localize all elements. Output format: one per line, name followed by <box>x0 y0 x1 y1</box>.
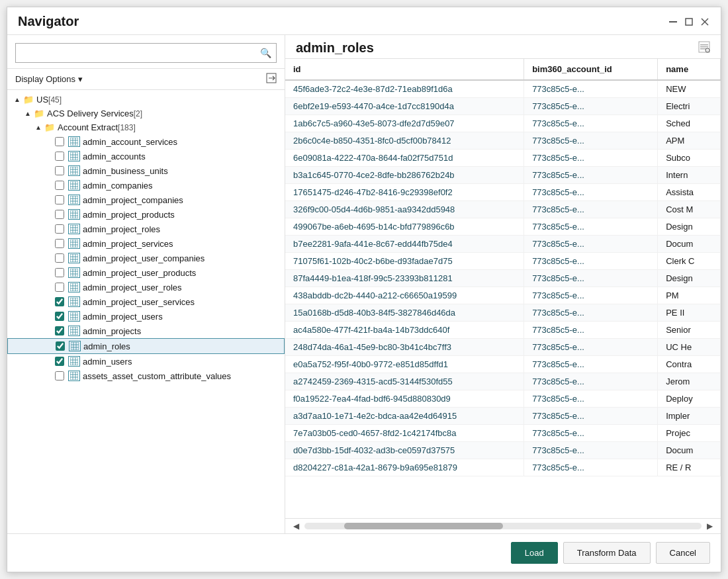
table-row[interactable]: d0e7d3bb-15df-4032-ad3b-ce0597d37575773c… <box>285 442 721 459</box>
tree-item-label: admin_accounts <box>83 152 146 161</box>
tree-item-checkbox[interactable] <box>55 152 64 161</box>
table-row[interactable]: ac4a580e-477f-421f-ba4a-14b73ddc640f773c… <box>285 322 721 339</box>
tree-item[interactable]: admin_projects <box>7 324 285 338</box>
table-row[interactable]: 6e09081a-4222-470a-8644-fa02f75d751d773c… <box>285 150 721 167</box>
table-head: idbim360_account_idname <box>285 59 721 80</box>
search-input[interactable] <box>15 43 277 63</box>
tree-item-checkbox[interactable] <box>55 224 64 234</box>
horizontal-scrollbar[interactable]: ◀ ▶ <box>285 518 721 533</box>
tree-item-checkbox[interactable] <box>55 297 64 306</box>
tree-item[interactable]: admin_project_user_products <box>7 265 285 280</box>
tree-item[interactable]: admin_companies <box>7 178 285 193</box>
tree-item[interactable]: admin_project_user_roles <box>7 280 285 294</box>
tree-item[interactable]: admin_project_users <box>7 309 285 324</box>
window-controls <box>668 17 710 27</box>
table-row[interactable]: f0a19522-7ea4-4fad-bdf6-945d880830d9773c… <box>285 390 721 408</box>
table-row[interactable]: 438abddb-dc2b-4440-a212-c66650a19599773c… <box>285 287 721 304</box>
window-title: Navigator <box>18 14 79 29</box>
table-row[interactable]: b7ee2281-9afa-441e-8c67-edd44fb75de4773c… <box>285 236 721 253</box>
tree-item-checkbox[interactable] <box>55 357 64 366</box>
tree-item-checkbox[interactable] <box>55 326 64 335</box>
table-row[interactable]: d8204227-c81a-42a1-8679-b9a695e81879773c… <box>285 459 721 476</box>
table-row[interactable]: 17651475-d246-47b2-8416-9c29398ef0f2773c… <box>285 184 721 201</box>
table-row[interactable]: 71075f61-102b-40c2-b6be-d93fadae7d75773c… <box>285 253 721 270</box>
tree-item-checkbox[interactable] <box>55 166 64 175</box>
tree-item-label: admin_project_user_products <box>83 268 196 278</box>
table-row[interactable]: 2b6c0c4e-b850-4351-8fc0-d5cf00b78412773c… <box>285 132 721 150</box>
tree-item[interactable]: admin_project_roles <box>7 222 285 236</box>
tree-item[interactable]: admin_project_user_companies <box>7 251 285 265</box>
table-icon <box>68 282 80 292</box>
table-row[interactable]: 6ebf2e19-e593-4470-a4ce-1d7cc8190d4a773c… <box>285 98 721 115</box>
table-icon <box>68 151 80 161</box>
tree-item[interactable]: admin_project_companies <box>7 193 285 207</box>
svg-rect-1 <box>686 19 692 25</box>
table-cell: a3d7aa10-1e71-4e2c-bdca-aa42e4d64915 <box>285 408 524 425</box>
tree-item-checkbox[interactable] <box>55 312 64 321</box>
table-row[interactable]: 45f6ade3-72c2-4e3e-87d2-71eab89f1d6a773c… <box>285 80 721 98</box>
load-button[interactable]: Load <box>511 542 558 564</box>
tree-item-count: [183] <box>118 123 136 132</box>
table-row[interactable]: b3a1c645-0770-4ce2-8dfe-bb286762b24b773c… <box>285 167 721 184</box>
restore-button[interactable] <box>684 17 694 27</box>
table-cell: d8204227-c81a-42a1-8679-b9a695e81879 <box>285 459 524 476</box>
table-row[interactable]: e0a5a752-f95f-40b0-9772-e851d85dffd1773c… <box>285 356 721 373</box>
tree-item-checkbox[interactable] <box>55 239 64 248</box>
refresh-icon[interactable] <box>266 73 277 85</box>
tree-item[interactable]: admin_account_services <box>7 134 285 149</box>
tree-item-checkbox[interactable] <box>55 268 64 277</box>
svg-rect-0 <box>669 21 677 22</box>
tree-item[interactable]: admin_business_units <box>7 163 285 178</box>
table-cell: Senior <box>658 322 721 339</box>
tree-item[interactable]: admin_accounts <box>7 149 285 163</box>
scroll-track[interactable] <box>304 523 702 529</box>
tree-container[interactable]: ▲📁US [45]▲📁ACS Delivery Services [2]▲📁Ac… <box>7 90 285 533</box>
tree-item[interactable]: admin_users <box>7 354 285 369</box>
close-button[interactable] <box>700 17 710 27</box>
tree-item[interactable]: admin_project_user_services <box>7 294 285 309</box>
scroll-right-icon[interactable]: ▶ <box>704 520 715 532</box>
tree-item[interactable]: ▲📁ACS Delivery Services [2] <box>7 107 285 120</box>
svg-rect-75 <box>71 342 79 350</box>
tree-item-checkbox[interactable] <box>55 283 64 292</box>
tree-item-checkbox[interactable] <box>55 253 64 263</box>
display-options-arrow-icon: ▾ <box>78 74 83 84</box>
tree-item-checkbox[interactable] <box>55 195 64 204</box>
minimize-button[interactable] <box>668 17 678 27</box>
tree-item-label: admin_project_roles <box>83 224 160 234</box>
tree-item-checkbox[interactable] <box>55 181 64 190</box>
table-row[interactable]: 15a0168b-d5d8-40b3-84f5-3827846d46da773c… <box>285 304 721 322</box>
folder-icon: 📁 <box>23 95 34 105</box>
tree-item-label: admin_projects <box>83 326 141 336</box>
transform-data-button[interactable]: Transform Data <box>563 542 651 564</box>
tree-item-checkbox[interactable] <box>56 341 65 351</box>
tree-item[interactable]: admin_roles <box>7 338 285 354</box>
tree-item-label: admin_roles <box>83 341 130 351</box>
titlebar: Navigator <box>7 7 721 35</box>
tree-item[interactable]: ▲📁Account Extract [183] <box>7 120 285 134</box>
table-row[interactable]: 499067be-a6eb-4695-b14c-bfd779896c6b773c… <box>285 218 721 236</box>
scroll-left-icon[interactable]: ◀ <box>291 520 302 532</box>
tree-item[interactable]: assets_asset_custom_attribute_values <box>7 369 285 383</box>
tree-item[interactable]: admin_project_products <box>7 207 285 222</box>
table-row[interactable]: 87fa4449-b1ea-418f-99c5-23393b811281773c… <box>285 270 721 287</box>
display-options-button[interactable]: Display Options ▾ <box>15 74 83 84</box>
tree-item[interactable]: ▲📁US [45] <box>7 93 285 107</box>
tree-item[interactable]: admin_project_services <box>7 236 285 251</box>
table-row[interactable]: 326f9c00-05d4-4d6b-9851-aa9342dd5948773c… <box>285 201 721 218</box>
table-options-icon[interactable]: ↑ <box>698 41 710 56</box>
table-row[interactable]: a3d7aa10-1e71-4e2c-bdca-aa42e4d64915773c… <box>285 408 721 425</box>
tree-item-checkbox[interactable] <box>55 137 64 146</box>
table-icon <box>68 238 80 249</box>
table-row[interactable]: 1ab6c7c5-a960-43e5-8073-dfe2d7d59e07773c… <box>285 115 721 132</box>
table-row[interactable]: 7e7a03b05-ced0-4657-8fd2-1c42174fbc8a773… <box>285 425 721 442</box>
data-table-wrapper[interactable]: idbim360_account_idname 45f6ade3-72c2-4e… <box>285 59 721 518</box>
table-row[interactable]: a2742459-2369-4315-acd5-3144f530fd55773c… <box>285 373 721 390</box>
cancel-button[interactable]: Cancel <box>656 542 710 564</box>
scroll-thumb[interactable] <box>344 523 503 529</box>
tree-item-checkbox[interactable] <box>55 210 64 219</box>
table-row[interactable]: 248d74da-46a1-45e9-bc80-3b41c4bc7ff3773c… <box>285 339 721 356</box>
tree-item-label: admin_account_services <box>83 137 177 147</box>
table-icon <box>68 180 80 191</box>
tree-item-checkbox[interactable] <box>55 371 64 380</box>
